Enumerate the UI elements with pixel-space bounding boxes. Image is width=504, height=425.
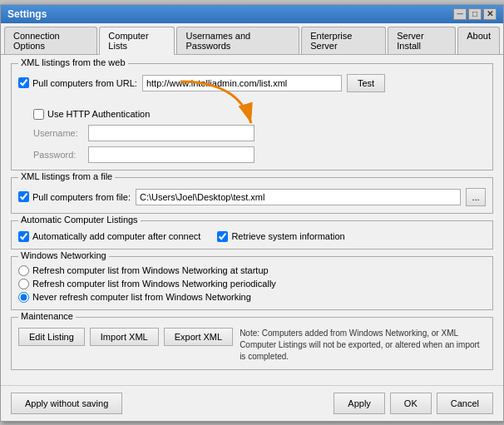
tab-usernames-passwords[interactable]: Usernames and Passwords [176, 27, 299, 54]
export-xml-button[interactable]: Export XML [164, 328, 233, 346]
retrieve-info-text: Retrieve system information [231, 231, 344, 241]
auto-add-label[interactable]: Automatically add computer after connect [18, 231, 200, 242]
use-http-checkbox-label[interactable]: Use HTTP Authentication [33, 109, 150, 120]
tab-bar: Connection Options Computer Lists Userna… [1, 23, 503, 55]
radio3[interactable] [18, 292, 29, 303]
footer: Apply without saving Apply OK Cancel [1, 385, 503, 421]
pull-url-checkbox-label[interactable]: Pull computers from URL: [18, 77, 137, 88]
radio1[interactable] [18, 265, 29, 276]
xml-web-section: XML listings from the web Pull computers… [11, 63, 493, 170]
maintenance-section: Maintenance Edit Listing Import XML Expo… [11, 317, 493, 370]
radio2-label[interactable]: Refresh computer list from Windows Netwo… [18, 279, 486, 289]
use-http-label: Use HTTP Authentication [47, 109, 150, 119]
radio2-text: Refresh computer list from Windows Netwo… [32, 279, 276, 289]
retrieve-info-label[interactable]: Retrieve system information [217, 231, 344, 242]
pull-file-label: Pull computers from file: [32, 192, 131, 202]
title-bar-buttons: ─ □ ✕ [453, 8, 497, 20]
cancel-button[interactable]: Cancel [437, 393, 493, 414]
title-bar: Settings ─ □ ✕ [1, 5, 503, 23]
radio1-text: Refresh computer list from Windows Netwo… [32, 265, 269, 275]
tab-about[interactable]: About [457, 27, 500, 54]
windows-networking-title: Windows Networking [18, 250, 109, 260]
windows-networking-section: Windows Networking Refresh computer list… [11, 256, 493, 310]
apply-button[interactable]: Apply [334, 393, 385, 414]
auto-listings-row: Automatically add computer after connect… [18, 231, 486, 242]
password-input[interactable] [88, 146, 254, 163]
tab-server-install[interactable]: Server Install [388, 27, 456, 54]
xml-file-title: XML listings from a file [18, 171, 115, 181]
maintenance-note: Note: Computers added from Windows Netwo… [240, 328, 486, 363]
window-title: Settings [7, 8, 47, 20]
username-label: Username: [33, 128, 83, 138]
auto-listings-title: Automatic Computer Listings [18, 215, 141, 225]
minimize-button[interactable]: ─ [453, 8, 467, 20]
ok-button[interactable]: OK [390, 393, 432, 414]
auto-add-checkbox[interactable] [18, 231, 29, 242]
pull-file-checkbox-label[interactable]: Pull computers from file: [18, 191, 131, 202]
auto-add-text: Automatically add computer after connect [32, 231, 200, 241]
maintenance-row: Edit Listing Import XML Export XML Note:… [18, 328, 486, 363]
auto-listings-section: Automatic Computer Listings Automaticall… [11, 220, 493, 250]
radio3-label[interactable]: Never refresh computer list from Windows… [18, 292, 486, 303]
password-row: Password: [33, 146, 486, 163]
username-input[interactable] [88, 125, 254, 141]
apply-without-saving-button[interactable]: Apply without saving [11, 393, 122, 414]
retrieve-info-checkbox[interactable] [217, 231, 228, 242]
close-button[interactable]: ✕ [483, 8, 497, 20]
use-http-row: Use HTTP Authentication [33, 109, 486, 120]
file-path-input[interactable] [136, 189, 461, 205]
test-button[interactable]: Test [347, 74, 385, 92]
url-input[interactable] [142, 75, 342, 91]
password-label: Password: [33, 150, 83, 160]
username-row: Username: [33, 125, 486, 141]
maintenance-buttons: Edit Listing Import XML Export XML [18, 328, 233, 346]
edit-listing-button[interactable]: Edit Listing [18, 328, 85, 346]
pull-file-row: Pull computers from file: ... [18, 188, 486, 206]
xml-file-section: XML listings from a file Pull computers … [11, 177, 493, 214]
browse-button[interactable]: ... [466, 188, 486, 206]
maintenance-title: Maintenance [18, 311, 76, 321]
main-content: XML listings from the web Pull computers… [1, 55, 503, 385]
import-xml-button[interactable]: Import XML [90, 328, 159, 346]
maximize-button[interactable]: □ [468, 8, 482, 20]
use-http-checkbox[interactable] [33, 109, 44, 120]
pull-file-checkbox[interactable] [18, 191, 29, 202]
tab-connection-options[interactable]: Connection Options [4, 27, 97, 54]
pull-url-row: Pull computers from URL: Test [18, 74, 486, 92]
radio2[interactable] [18, 279, 29, 289]
radio3-text: Never refresh computer list from Windows… [32, 292, 251, 302]
radio1-label[interactable]: Refresh computer list from Windows Netwo… [18, 265, 486, 276]
xml-web-title: XML listings from the web [18, 57, 128, 67]
tab-computer-lists[interactable]: Computer Lists [99, 27, 175, 55]
pull-url-label: Pull computers from URL: [32, 78, 137, 88]
pull-url-checkbox[interactable] [18, 77, 29, 88]
footer-right-buttons: Apply OK Cancel [334, 393, 493, 414]
settings-window: Settings ─ □ ✕ Connection Options Comput… [0, 4, 504, 422]
tab-enterprise-server[interactable]: Enterprise Server [301, 27, 386, 54]
